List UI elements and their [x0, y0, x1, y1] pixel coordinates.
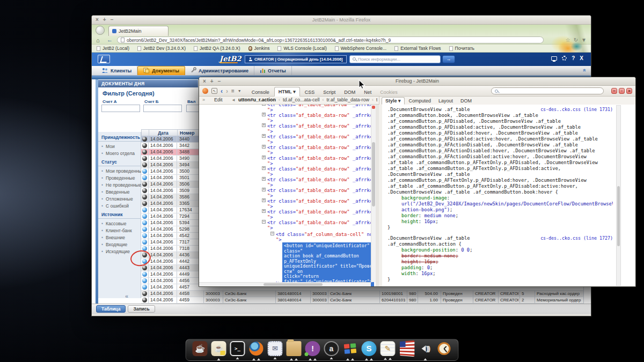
- a-app-icon[interactable]: a: [324, 341, 339, 356]
- bookmark-item[interactable]: Почитать: [449, 46, 475, 51]
- maximize-window-icon[interactable]: +: [210, 78, 214, 85]
- html-tree-node[interactable]: +<tr class="af_table_data-row" _afrrk="1…: [199, 177, 371, 188]
- options-caret-icon[interactable]: ▼: [238, 89, 241, 93]
- html-tree-node[interactable]: +<tr class="af_table_data-row" _afrrk="8…: [199, 105, 371, 113]
- html-tree-node[interactable]: +<tr class="af_table_data-row" _afrrk="1…: [199, 198, 371, 209]
- bookmark-item[interactable]: JetB2 (Local): [97, 46, 129, 51]
- tea-notes-icon[interactable]: ☕: [211, 341, 226, 356]
- css-file-link[interactable]: cs-des..cko.css (line 1731): [540, 107, 613, 113]
- minimize-firebug-icon[interactable]: −: [611, 88, 617, 94]
- bookmark-item[interactable]: WLS Console (Local): [277, 46, 326, 51]
- firefox-menu-button[interactable]: [96, 26, 105, 35]
- css-property[interactable]: background-image: url("/JetB2_Dev_3240X/…: [387, 195, 613, 213]
- facet-item[interactable]: Входящие: [98, 241, 141, 248]
- view-tab-Запись[interactable]: Запись: [128, 305, 155, 313]
- expand-expander-icon[interactable]: +: [262, 145, 266, 149]
- document-action-icon[interactable]: [142, 188, 147, 193]
- firebug-tab-DOM[interactable]: DOM: [340, 88, 359, 97]
- html-tree-node[interactable]: −<td class="af_column_data-cell" nowrap=…: [199, 232, 371, 242]
- filter-input-1[interactable]: [101, 105, 140, 112]
- bookmark-item[interactable]: JetB2 QA (3.24.0.X): [194, 46, 240, 51]
- nav-tab-Документы[interactable]: Документы: [137, 66, 185, 75]
- css-property[interactable]: border: medium none;: [387, 213, 613, 219]
- html-tree-node[interactable]: +<tr class="af_table_data-row" _afrrk="9…: [199, 113, 371, 123]
- minimize-window-icon[interactable]: −: [111, 16, 114, 24]
- firebug-tab-Script[interactable]: Script: [319, 88, 339, 97]
- side-tab-Layout[interactable]: Layout: [435, 98, 456, 104]
- notes-editor-icon[interactable]: ✎: [380, 341, 396, 356]
- view-tab-Таблица[interactable]: Таблица: [96, 305, 126, 313]
- coffee-app-icon[interactable]: ☕: [193, 341, 208, 356]
- collapse-expander-icon[interactable]: −: [262, 220, 266, 224]
- app-search-input[interactable]: Поиск информации...: [349, 55, 441, 63]
- document-action-icon[interactable]: [142, 195, 147, 200]
- keyboard-layout-us-icon[interactable]: [400, 340, 414, 357]
- close-firebug-icon[interactable]: ×: [626, 88, 632, 94]
- document-action-icon[interactable]: [142, 298, 147, 302]
- firebug-search-input[interactable]: [491, 87, 604, 94]
- bookmark-item[interactable]: WebSphere Console...: [335, 46, 386, 51]
- document-action-icon[interactable]: [142, 214, 147, 219]
- document-action-icon[interactable]: [142, 137, 147, 142]
- help-icon[interactable]: ?: [572, 55, 575, 61]
- messenger-icon[interactable]: !: [305, 341, 320, 356]
- column-header-date[interactable]: Дата: [149, 130, 177, 136]
- virtual-machine-icon[interactable]: [343, 341, 358, 356]
- search-go-button[interactable]: →: [442, 55, 455, 63]
- inspect-element-icon[interactable]: ↖: [211, 88, 217, 94]
- gear-icon[interactable]: [562, 56, 567, 61]
- css-file-link[interactable]: cs-des..cko.css (line 1727): [540, 235, 613, 241]
- dropdown-arrow-icon[interactable]: ▼: [581, 36, 587, 44]
- side-tab-Computed[interactable]: Computed: [406, 98, 435, 104]
- css-property[interactable]: border: medium none;: [387, 253, 613, 259]
- css-property[interactable]: width: 16px;: [387, 271, 613, 277]
- close-app-icon[interactable]: X: [580, 55, 583, 61]
- facet-item[interactable]: Проведенные: [98, 174, 141, 181]
- breadcrumb-scroll-left-icon[interactable]: ◄: [231, 98, 236, 102]
- document-action-icon[interactable]: [142, 233, 147, 238]
- back-icon[interactable]: ←: [107, 36, 113, 44]
- breadcrumb-item[interactable]: tbo: [376, 97, 377, 102]
- history-forward-icon[interactable]: ›: [226, 88, 228, 94]
- maximize-window-icon[interactable]: +: [103, 16, 106, 24]
- document-action-icon[interactable]: [142, 175, 147, 180]
- document-action-icon[interactable]: [142, 208, 147, 212]
- close-window-icon[interactable]: ×: [203, 78, 206, 85]
- document-action-icon[interactable]: [142, 201, 147, 206]
- minimize-window-icon[interactable]: −: [218, 78, 221, 85]
- facet-item[interactable]: С ошибкой: [98, 202, 141, 209]
- html-panel-scrollbar[interactable]: [371, 105, 376, 282]
- detach-firebug-icon[interactable]: ▫: [619, 88, 625, 94]
- reload-icon[interactable]: ↻: [574, 36, 578, 44]
- file-manager-icon[interactable]: [287, 341, 302, 356]
- collapse-expander-icon[interactable]: −: [270, 232, 274, 235]
- document-action-icon[interactable]: [142, 278, 147, 283]
- nav-tab-Клиенты[interactable]: Клиенты: [96, 66, 137, 75]
- scrollbar-thumb[interactable]: [264, 283, 323, 286]
- css-property[interactable]: height: 16px;: [387, 259, 613, 265]
- url-bar[interactable]: oberon6/JetB2_Dev_3240X/faces/JetB2Main?…: [117, 36, 544, 43]
- firebug-tab-CSS[interactable]: CSS: [301, 88, 319, 97]
- side-tab-Style[interactable]: Style ▾: [382, 97, 405, 105]
- document-action-icon[interactable]: [142, 162, 147, 167]
- nav-tab-Отчеты[interactable]: Отчеты: [254, 66, 292, 75]
- facet-item[interactable]: Не проведенные: [98, 181, 141, 188]
- document-action-icon[interactable]: [142, 240, 147, 245]
- clock-icon[interactable]: [437, 341, 452, 356]
- expand-expander-icon[interactable]: +: [262, 209, 266, 213]
- home-icon[interactable]: ⌂: [96, 36, 100, 44]
- monitor-icon[interactable]: [551, 56, 557, 61]
- document-action-icon[interactable]: [142, 285, 147, 290]
- browser-tab[interactable]: JetB2Main: [108, 26, 169, 36]
- bookmark-item[interactable]: Jenkins: [248, 46, 270, 51]
- firebug-icon[interactable]: [202, 88, 208, 94]
- html-tree-node[interactable]: +<tr class="af_table_data-row" _afrrk="1…: [199, 166, 371, 177]
- html-tree-node[interactable]: +<tr class="af_table_data-row" _afrrk="1…: [199, 209, 371, 220]
- nav-tab-Администрирование[interactable]: Администрирование: [185, 66, 254, 75]
- expand-expander-icon[interactable]: +: [262, 188, 266, 191]
- table-row[interactable]: 14.04.20064458300003СиЭс-Банк38014800143…: [141, 291, 584, 297]
- style-panel-scrollbar[interactable]: [616, 105, 621, 286]
- bookmark-item[interactable]: External Task Flows: [394, 46, 441, 51]
- expand-expander-icon[interactable]: +: [262, 113, 266, 116]
- close-window-icon[interactable]: ×: [96, 16, 99, 24]
